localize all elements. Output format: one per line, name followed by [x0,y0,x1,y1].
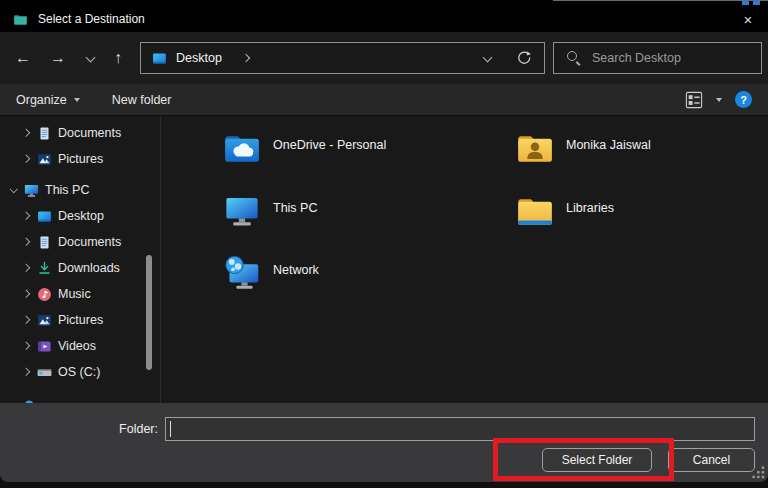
new-folder-button[interactable]: New folder [112,93,172,107]
folder-libraries-icon [515,191,555,231]
view-dropdown-icon[interactable] [716,98,722,102]
monitor-icon [23,182,40,199]
sidebar-item[interactable]: Desktop [0,203,160,229]
sidebar-item[interactable]: Videos [0,333,160,359]
select-destination-dialog: Select a Destination × ← → ↑ Desktop [0,6,768,482]
folder-list-item[interactable]: This PC [222,191,515,254]
sidebar-item-label: Music [58,287,91,301]
tree-chevron-icon[interactable] [20,236,33,249]
folder-list-item[interactable]: Monika Jaiswal [515,128,768,191]
up-button[interactable]: ↑ [103,45,133,71]
tree-chevron-icon[interactable] [20,210,33,223]
folder-list-item[interactable]: Network [222,253,515,316]
music-icon [36,286,53,303]
breadcrumb-chevron-icon[interactable] [242,53,252,63]
address-bar[interactable]: Desktop [140,42,545,74]
help-button[interactable]: ? [735,91,752,108]
folder-list: OneDrive - Personal Monika Jaiswal This … [162,116,768,403]
folder-name-input[interactable] [165,417,755,441]
folder-teal-icon [12,12,29,27]
dropdown-triangle-icon [74,98,80,102]
view-mode-icon[interactable] [685,91,703,109]
dialog-body: Documents Pictures This PC Desktop Docum… [0,116,768,403]
search-input[interactable]: Search Desktop [553,42,762,74]
sidebar-item-label: Videos [58,339,96,353]
cancel-button[interactable]: Cancel [668,448,755,472]
navigation-bar: ← → ↑ Desktop Search Desktop [0,32,768,84]
forward-button[interactable]: → [43,45,73,71]
network-icon [222,253,262,293]
folder-item-label: OneDrive - Personal [273,138,386,152]
window-title: Select a Destination [38,12,145,26]
sidebar-item[interactable]: Pictures [0,307,160,333]
navigation-tree: Documents Pictures This PC Desktop Docum… [0,116,161,403]
sidebar-item-label: Documents [58,126,121,140]
folder-onedrive-icon [222,128,262,168]
tree-chevron-icon[interactable] [20,288,33,301]
organize-label: Organize [16,93,67,107]
close-button[interactable]: × [728,6,768,32]
background-window-border [553,0,768,1]
background-accent [753,1,760,5]
tree-chevron-icon[interactable] [20,262,33,275]
tree-chevron-icon[interactable] [20,366,33,379]
sidebar-item[interactable]: OS (C:) [0,359,160,385]
breadcrumb-location[interactable]: Desktop [176,51,222,65]
folder-list-item[interactable]: Libraries [515,191,768,254]
search-icon [567,51,581,65]
desktop-icon [36,208,53,225]
sidebar-item[interactable]: Music [0,281,160,307]
sidebar-scrollbar[interactable] [146,255,152,370]
sidebar-item[interactable]: This PC [0,177,160,203]
folder-user-icon [515,128,555,168]
title-bar: Select a Destination × [0,6,768,32]
sidebar-item[interactable]: Documents [0,120,160,146]
videos-icon [36,338,53,355]
desktop-icon [151,50,168,67]
refresh-icon[interactable] [516,50,532,66]
sidebar-item-label: This PC [45,183,89,197]
sidebar-item[interactable]: Downloads [0,255,160,281]
folder-field-label: Folder: [0,417,158,441]
text-caret [170,421,171,437]
tree-chevron-icon[interactable] [7,184,20,197]
sidebar-item-label: Pictures [58,152,103,166]
command-toolbar: Organize New folder ? [0,84,768,116]
recent-locations-button[interactable] [76,45,106,71]
folder-item-label: This PC [273,201,317,215]
select-folder-button[interactable]: Select Folder [542,448,652,472]
organize-button[interactable]: Organize [16,93,80,107]
downloads-icon [36,260,53,277]
search-placeholder: Search Desktop [592,51,681,65]
folder-list-item[interactable]: OneDrive - Personal [222,128,515,191]
resize-grip[interactable] [752,465,765,478]
drive-icon [36,364,53,381]
tree-chevron-icon[interactable] [20,340,33,353]
sidebar-item-label: Downloads [58,261,120,275]
tree-chevron-icon[interactable] [20,314,33,327]
sidebar-item[interactable]: Pictures [0,146,160,172]
sidebar-item-label: Documents [58,235,121,249]
folder-item-label: Libraries [566,201,614,215]
background-accent [742,1,749,5]
sidebar-item[interactable]: Documents [0,229,160,255]
document-icon [36,234,53,251]
address-dropdown-icon[interactable] [482,52,494,64]
dialog-footer: Folder: Select Folder Cancel [0,403,768,482]
folder-item-label: Monika Jaiswal [566,138,651,152]
monitor-icon [222,191,262,231]
document-icon [36,125,53,142]
pictures-icon [36,151,53,168]
screen: Select a Destination × ← → ↑ Desktop [0,0,768,488]
sidebar-item-label: Pictures [58,313,103,327]
folder-item-label: Network [273,263,319,277]
chevron-down-icon [85,52,97,64]
tree-chevron-icon[interactable] [20,127,33,140]
sidebar-item-label: OS (C:) [58,365,100,379]
back-button[interactable]: ← [8,45,38,71]
pictures-icon [36,312,53,329]
sidebar-item-label: Desktop [58,209,104,223]
tree-chevron-icon[interactable] [20,153,33,166]
